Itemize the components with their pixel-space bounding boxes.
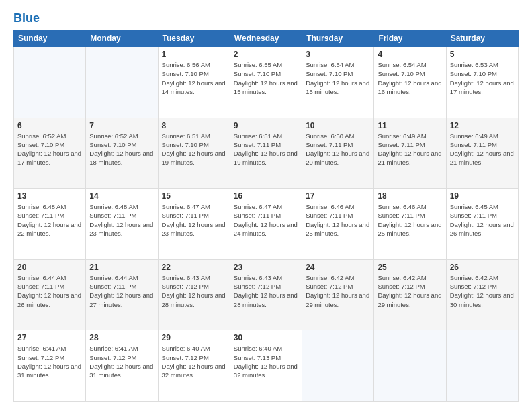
day-number: 3 bbox=[306, 50, 370, 59]
day-info: Sunrise: 6:44 AM Sunset: 7:11 PM Dayligh… bbox=[17, 273, 82, 309]
day-info: Sunrise: 6:53 AM Sunset: 7:10 PM Dayligh… bbox=[450, 60, 515, 96]
calendar-cell: 6Sunrise: 6:52 AM Sunset: 7:10 PM Daylig… bbox=[14, 118, 86, 189]
calendar-cell bbox=[14, 47, 86, 118]
day-info: Sunrise: 6:54 AM Sunset: 7:10 PM Dayligh… bbox=[306, 60, 370, 96]
calendar-cell: 2Sunrise: 6:55 AM Sunset: 7:10 PM Daylig… bbox=[230, 47, 302, 118]
day-number: 23 bbox=[234, 263, 298, 272]
calendar-cell: 1Sunrise: 6:56 AM Sunset: 7:10 PM Daylig… bbox=[158, 47, 230, 118]
day-number: 17 bbox=[306, 191, 370, 201]
calendar-cell: 25Sunrise: 6:42 AM Sunset: 7:12 PM Dayli… bbox=[374, 259, 446, 330]
calendar-week-row: 20Sunrise: 6:44 AM Sunset: 7:11 PM Dayli… bbox=[14, 259, 519, 330]
calendar-cell: 12Sunrise: 6:49 AM Sunset: 7:11 PM Dayli… bbox=[446, 118, 518, 189]
calendar-cell: 3Sunrise: 6:54 AM Sunset: 7:10 PM Daylig… bbox=[302, 47, 374, 118]
day-info: Sunrise: 6:40 AM Sunset: 7:12 PM Dayligh… bbox=[162, 344, 226, 379]
calendar-week-row: 1Sunrise: 6:56 AM Sunset: 7:10 PM Daylig… bbox=[14, 47, 519, 118]
day-header-thursday: Thursday bbox=[302, 30, 374, 47]
day-number: 21 bbox=[89, 263, 154, 272]
day-info: Sunrise: 6:52 AM Sunset: 7:10 PM Dayligh… bbox=[17, 132, 82, 167]
calendar-cell bbox=[86, 47, 158, 118]
calendar-cell: 23Sunrise: 6:43 AM Sunset: 7:12 PM Dayli… bbox=[230, 259, 302, 330]
day-info: Sunrise: 6:51 AM Sunset: 7:10 PM Dayligh… bbox=[162, 132, 226, 167]
day-info: Sunrise: 6:46 AM Sunset: 7:11 PM Dayligh… bbox=[306, 202, 370, 238]
day-number: 4 bbox=[378, 50, 442, 59]
day-header-wednesday: Wednesday bbox=[230, 30, 302, 47]
day-header-tuesday: Tuesday bbox=[158, 30, 230, 47]
day-info: Sunrise: 6:40 AM Sunset: 7:13 PM Dayligh… bbox=[234, 344, 298, 379]
day-number: 30 bbox=[234, 333, 298, 342]
calendar-cell: 26Sunrise: 6:42 AM Sunset: 7:12 PM Dayli… bbox=[446, 259, 518, 330]
logo-text: Blue bbox=[13, 12, 40, 24]
calendar-cell: 7Sunrise: 6:52 AM Sunset: 7:10 PM Daylig… bbox=[86, 118, 158, 189]
day-number: 29 bbox=[162, 333, 226, 342]
day-number: 24 bbox=[306, 263, 370, 272]
calendar-cell: 30Sunrise: 6:40 AM Sunset: 7:13 PM Dayli… bbox=[230, 330, 302, 402]
day-number: 7 bbox=[89, 121, 154, 130]
day-number: 26 bbox=[450, 263, 515, 272]
calendar-cell: 10Sunrise: 6:50 AM Sunset: 7:11 PM Dayli… bbox=[302, 118, 374, 189]
calendar-week-row: 27Sunrise: 6:41 AM Sunset: 7:12 PM Dayli… bbox=[14, 330, 519, 402]
calendar-header-row: SundayMondayTuesdayWednesdayThursdayFrid… bbox=[14, 30, 519, 47]
calendar-cell: 29Sunrise: 6:40 AM Sunset: 7:12 PM Dayli… bbox=[158, 330, 230, 402]
calendar-cell: 14Sunrise: 6:48 AM Sunset: 7:11 PM Dayli… bbox=[86, 189, 158, 260]
calendar-cell bbox=[302, 330, 374, 402]
day-number: 6 bbox=[17, 121, 82, 130]
day-info: Sunrise: 6:54 AM Sunset: 7:10 PM Dayligh… bbox=[378, 60, 442, 96]
day-info: Sunrise: 6:47 AM Sunset: 7:11 PM Dayligh… bbox=[162, 202, 226, 238]
calendar-cell: 18Sunrise: 6:46 AM Sunset: 7:11 PM Dayli… bbox=[374, 189, 446, 260]
day-info: Sunrise: 6:51 AM Sunset: 7:11 PM Dayligh… bbox=[234, 132, 298, 167]
calendar-cell: 11Sunrise: 6:49 AM Sunset: 7:11 PM Dayli… bbox=[374, 118, 446, 189]
page: Blue SundayMondayTuesdayWednesdayThursda… bbox=[0, 0, 532, 411]
day-info: Sunrise: 6:44 AM Sunset: 7:11 PM Dayligh… bbox=[89, 273, 154, 309]
day-number: 25 bbox=[378, 263, 442, 272]
header: Blue bbox=[13, 12, 519, 23]
day-info: Sunrise: 6:56 AM Sunset: 7:10 PM Dayligh… bbox=[162, 60, 226, 96]
calendar-cell: 5Sunrise: 6:53 AM Sunset: 7:10 PM Daylig… bbox=[446, 47, 518, 118]
day-number: 12 bbox=[450, 121, 515, 130]
day-header-saturday: Saturday bbox=[446, 30, 518, 47]
calendar-table: SundayMondayTuesdayWednesdayThursdayFrid… bbox=[13, 30, 519, 402]
day-number: 19 bbox=[450, 191, 515, 201]
day-info: Sunrise: 6:41 AM Sunset: 7:12 PM Dayligh… bbox=[89, 344, 154, 379]
day-info: Sunrise: 6:43 AM Sunset: 7:12 PM Dayligh… bbox=[162, 273, 226, 309]
day-number: 20 bbox=[17, 263, 82, 272]
logo: Blue bbox=[13, 12, 40, 23]
calendar-cell: 20Sunrise: 6:44 AM Sunset: 7:11 PM Dayli… bbox=[14, 259, 86, 330]
calendar-cell: 4Sunrise: 6:54 AM Sunset: 7:10 PM Daylig… bbox=[374, 47, 446, 118]
logo-blue-text: Blue bbox=[13, 12, 40, 24]
calendar-cell: 21Sunrise: 6:44 AM Sunset: 7:11 PM Dayli… bbox=[86, 259, 158, 330]
day-number: 28 bbox=[89, 333, 154, 342]
day-header-sunday: Sunday bbox=[14, 30, 86, 47]
day-info: Sunrise: 6:48 AM Sunset: 7:11 PM Dayligh… bbox=[89, 202, 154, 238]
day-number: 14 bbox=[89, 191, 154, 201]
calendar-cell: 27Sunrise: 6:41 AM Sunset: 7:12 PM Dayli… bbox=[14, 330, 86, 402]
day-info: Sunrise: 6:42 AM Sunset: 7:12 PM Dayligh… bbox=[306, 273, 370, 309]
day-info: Sunrise: 6:46 AM Sunset: 7:11 PM Dayligh… bbox=[378, 202, 442, 238]
day-number: 22 bbox=[162, 263, 226, 272]
day-info: Sunrise: 6:49 AM Sunset: 7:11 PM Dayligh… bbox=[450, 132, 515, 167]
calendar-cell: 17Sunrise: 6:46 AM Sunset: 7:11 PM Dayli… bbox=[302, 189, 374, 260]
calendar-cell: 28Sunrise: 6:41 AM Sunset: 7:12 PM Dayli… bbox=[86, 330, 158, 402]
day-info: Sunrise: 6:55 AM Sunset: 7:10 PM Dayligh… bbox=[234, 60, 298, 96]
day-header-friday: Friday bbox=[374, 30, 446, 47]
calendar-cell: 19Sunrise: 6:45 AM Sunset: 7:11 PM Dayli… bbox=[446, 189, 518, 260]
day-number: 8 bbox=[162, 121, 226, 130]
day-number: 13 bbox=[17, 191, 82, 201]
day-info: Sunrise: 6:50 AM Sunset: 7:11 PM Dayligh… bbox=[306, 132, 370, 167]
day-number: 27 bbox=[17, 333, 82, 342]
day-number: 15 bbox=[162, 191, 226, 201]
day-info: Sunrise: 6:45 AM Sunset: 7:11 PM Dayligh… bbox=[450, 202, 515, 238]
calendar-cell: 16Sunrise: 6:47 AM Sunset: 7:11 PM Dayli… bbox=[230, 189, 302, 260]
day-header-monday: Monday bbox=[86, 30, 158, 47]
day-info: Sunrise: 6:49 AM Sunset: 7:11 PM Dayligh… bbox=[378, 132, 442, 167]
calendar-cell bbox=[374, 330, 446, 402]
day-number: 5 bbox=[450, 50, 515, 59]
calendar-week-row: 13Sunrise: 6:48 AM Sunset: 7:11 PM Dayli… bbox=[14, 189, 519, 260]
calendar-cell: 22Sunrise: 6:43 AM Sunset: 7:12 PM Dayli… bbox=[158, 259, 230, 330]
calendar-cell: 8Sunrise: 6:51 AM Sunset: 7:10 PM Daylig… bbox=[158, 118, 230, 189]
day-number: 1 bbox=[162, 50, 226, 59]
calendar-week-row: 6Sunrise: 6:52 AM Sunset: 7:10 PM Daylig… bbox=[14, 118, 519, 189]
day-info: Sunrise: 6:41 AM Sunset: 7:12 PM Dayligh… bbox=[17, 344, 82, 379]
calendar-cell: 13Sunrise: 6:48 AM Sunset: 7:11 PM Dayli… bbox=[14, 189, 86, 260]
calendar-cell: 24Sunrise: 6:42 AM Sunset: 7:12 PM Dayli… bbox=[302, 259, 374, 330]
day-info: Sunrise: 6:52 AM Sunset: 7:10 PM Dayligh… bbox=[89, 132, 154, 167]
